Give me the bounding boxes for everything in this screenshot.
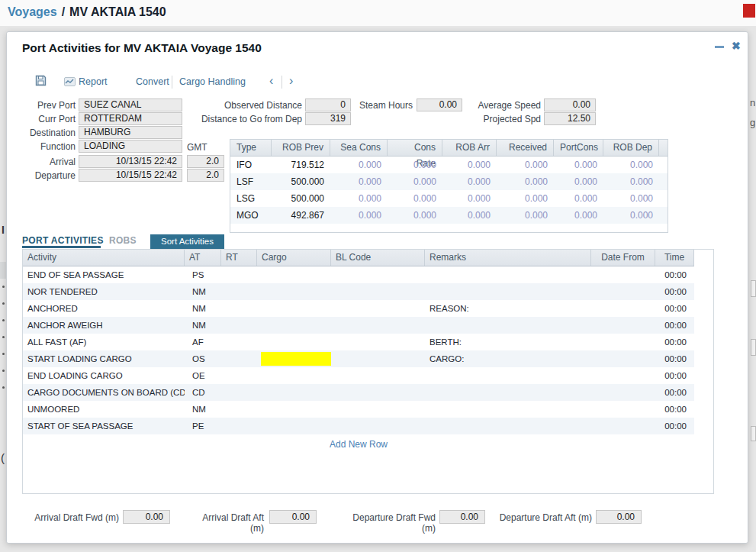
toolbar-divider xyxy=(172,76,172,89)
activity-name: ANCHORED xyxy=(23,300,185,317)
add-new-row-link[interactable]: Add New Row xyxy=(330,439,388,450)
rob-row-lsg[interactable]: LSG 500.000 0.000 0.000 0.000 0.000 0.00… xyxy=(230,190,668,207)
rob-cell[interactable]: 0.000 xyxy=(497,173,554,190)
activity-remark[interactable]: CARGO: xyxy=(425,350,591,367)
function-field[interactable]: LOADING xyxy=(79,140,182,153)
rob-row-mgo[interactable]: MGO 492.867 0.000 0.000 0.000 0.000 0.00… xyxy=(230,207,668,224)
rob-cell[interactable]: 0.000 xyxy=(554,173,603,190)
departure-gmt-field[interactable]: 2.0 xyxy=(187,169,224,182)
activity-time[interactable]: 00:00 xyxy=(655,317,694,334)
activity-remark[interactable] xyxy=(425,384,591,401)
chevron-left-icon[interactable]: ‹ xyxy=(269,74,273,88)
rob-cell[interactable]: 0.000 xyxy=(497,157,554,173)
rob-cell[interactable]: 0.000 xyxy=(442,190,497,207)
destination-field[interactable]: HAMBURG xyxy=(79,126,182,139)
col-at: AT xyxy=(185,250,221,266)
minimize-icon[interactable] xyxy=(715,46,724,48)
report-button[interactable]: Report xyxy=(79,76,108,87)
rob-cell[interactable]: 0.000 xyxy=(330,173,388,190)
activity-row[interactable]: ANCHOR AWEIGH NM 00:00 xyxy=(23,317,694,334)
rob-cell[interactable]: 0.000 xyxy=(497,190,554,207)
arrival-draft-fwd-field[interactable]: 0.00 xyxy=(123,510,170,524)
rob-cell[interactable]: 0.000 xyxy=(442,157,497,173)
background-text-fragment: g xyxy=(750,117,755,128)
rob-cell[interactable]: 0.000 xyxy=(330,157,388,173)
chevron-right-icon[interactable]: › xyxy=(289,74,293,88)
prev-port-field[interactable]: SUEZ CANAL xyxy=(79,98,182,111)
rob-cell: 492.867 xyxy=(272,207,330,224)
departure-datetime-field[interactable]: 10/15/15 22:42 xyxy=(79,169,182,182)
activity-at: OS xyxy=(185,350,221,367)
activity-time[interactable]: 00:00 xyxy=(655,401,694,418)
rob-cell[interactable]: 0.000 xyxy=(603,173,659,190)
rob-cell[interactable]: 0.000 xyxy=(554,207,603,224)
activity-row[interactable]: ANCHORED NM REASON: 00:00 xyxy=(23,300,694,317)
rob-cell[interactable]: 0.000 xyxy=(497,207,554,224)
steam-hours-field[interactable]: 0.00 xyxy=(417,98,462,111)
rob-cell[interactable]: 0.000 xyxy=(442,173,497,190)
activity-remark[interactable] xyxy=(425,401,591,418)
arrival-gmt-field[interactable]: 2.0 xyxy=(187,155,224,168)
rob-cell[interactable]: 0.000 xyxy=(442,207,497,224)
departure-draft-aft-field[interactable]: 0.00 xyxy=(596,510,642,524)
observed-distance-field[interactable]: 0 xyxy=(305,98,351,111)
rob-cell[interactable]: 0.000 xyxy=(330,190,388,207)
activity-row[interactable]: START OF SEA PASSAGE PE 00:00 xyxy=(23,418,694,434)
arrival-datetime-field[interactable]: 10/13/15 22:42 xyxy=(79,155,182,168)
activity-time[interactable]: 00:00 xyxy=(655,367,694,384)
activity-at: OE xyxy=(185,367,221,384)
rob-cell[interactable]: 0.000 xyxy=(388,157,442,173)
breadcrumb-voyages-link[interactable]: Voyages xyxy=(8,5,57,18)
rob-cell[interactable]: 0.000 xyxy=(388,207,442,224)
rob-cell[interactable]: 0.000 xyxy=(603,157,659,173)
tab-port-activities[interactable]: PORT ACTIVITIES xyxy=(22,235,104,246)
breadcrumb-current: MV AKTAIA 1540 xyxy=(69,5,166,18)
activity-time[interactable]: 00:00 xyxy=(655,334,694,350)
activity-remark[interactable]: BERTH: xyxy=(425,334,591,350)
activity-row[interactable]: END OF SEA PASSAGE PS 00:00 xyxy=(23,266,694,283)
activity-time[interactable]: 00:00 xyxy=(655,300,694,317)
activity-row[interactable]: UNMOORED NM 00:00 xyxy=(23,401,694,418)
distance-to-go-field[interactable]: 319 xyxy=(305,112,351,125)
activity-remark[interactable]: REASON: xyxy=(425,300,591,317)
activity-time[interactable]: 00:00 xyxy=(655,266,694,283)
activity-time[interactable]: 00:00 xyxy=(655,384,694,401)
notification-badge[interactable] xyxy=(743,4,755,18)
activity-row[interactable]: NOR TENDERED NM 00:00 xyxy=(23,283,694,300)
rob-cell[interactable]: 0.000 xyxy=(388,190,442,207)
cargo-highlight-field[interactable] xyxy=(261,352,331,366)
activity-time[interactable]: 00:00 xyxy=(655,350,694,367)
activity-remark[interactable] xyxy=(425,266,591,283)
activity-row[interactable]: CARGO DOCUMENTS ON BOARD (CD) CD 00:00 xyxy=(23,384,694,401)
rob-cell[interactable]: 0.000 xyxy=(603,190,659,207)
rob-cell[interactable]: 0.000 xyxy=(330,207,388,224)
sort-activities-button[interactable]: Sort Activities xyxy=(150,234,224,249)
rob-row-lsf[interactable]: LSF 500.000 0.000 0.000 0.000 0.000 0.00… xyxy=(230,173,668,190)
activity-remark[interactable] xyxy=(425,367,591,384)
save-icon[interactable] xyxy=(35,75,47,89)
rob-cell[interactable]: 0.000 xyxy=(554,157,603,173)
activity-time[interactable]: 00:00 xyxy=(655,418,694,434)
activity-remark[interactable] xyxy=(425,283,591,300)
close-icon[interactable]: ✖ xyxy=(732,40,741,52)
tab-robs[interactable]: ROBS xyxy=(109,235,137,246)
activity-row[interactable]: END LOADING CARGO OE 00:00 xyxy=(23,367,694,384)
activity-row-start-loading[interactable]: START LOADING CARGO OS CARGO: 00:00 xyxy=(23,350,694,367)
arrival-draft-aft-field[interactable]: 0.00 xyxy=(269,510,317,524)
curr-port-field[interactable]: ROTTERDAM xyxy=(79,112,182,125)
activity-row[interactable]: ALL FAST (AF) AF BERTH: 00:00 xyxy=(23,334,694,350)
activities-header: Activity AT RT Cargo BL Code Remarks Dat… xyxy=(23,250,694,266)
average-speed-field[interactable]: 0.00 xyxy=(544,98,596,111)
activity-time[interactable]: 00:00 xyxy=(655,283,694,300)
rob-cell[interactable]: 0.000 xyxy=(554,190,603,207)
departure-draft-fwd-field[interactable]: 0.00 xyxy=(439,510,485,524)
port-activities-dialog: Port Activities for MV AKTAIA Voyage 154… xyxy=(6,31,748,544)
rob-cell[interactable]: 0.000 xyxy=(388,173,442,190)
cargo-handling-button[interactable]: Cargo Handling xyxy=(179,76,246,87)
activity-remark[interactable] xyxy=(425,317,591,334)
rob-cell[interactable]: 0.000 xyxy=(603,207,659,224)
convert-button[interactable]: Convert xyxy=(136,76,169,87)
activity-remark[interactable] xyxy=(425,418,591,434)
projected-speed-field[interactable]: 12.50 xyxy=(544,112,596,125)
rob-row-ifo[interactable]: IFO 719.512 0.000 0.000 0.000 0.000 0.00… xyxy=(230,157,668,173)
